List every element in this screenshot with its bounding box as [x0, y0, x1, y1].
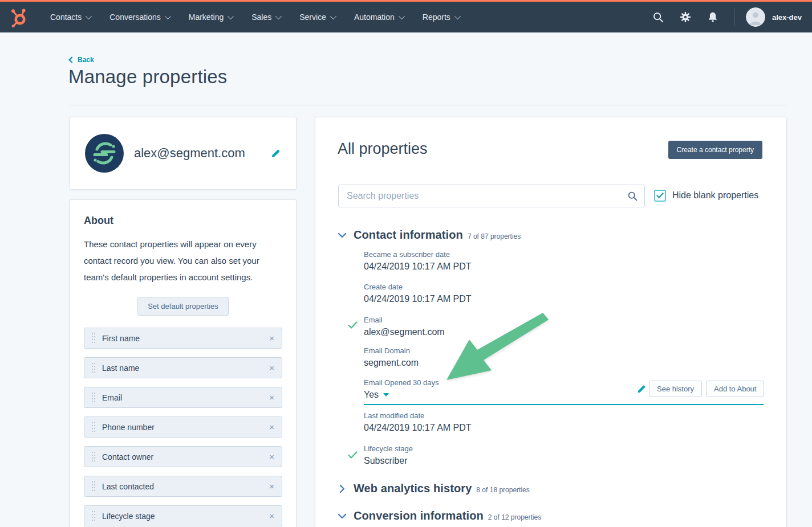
search-input[interactable]	[338, 185, 645, 207]
remove-icon[interactable]: ×	[269, 334, 274, 342]
nav-item-marketing[interactable]: Marketing	[189, 13, 232, 22]
contact-email: alex@segment.com	[134, 146, 271, 161]
about-card: About These contact properties will appe…	[70, 199, 297, 527]
list-item-last-name[interactable]: Last name ×	[84, 357, 282, 378]
gear-icon[interactable]	[679, 11, 692, 23]
list-item-lifecycle-stage[interactable]: Lifecycle stage ×	[84, 505, 282, 526]
page-title: Manage properties	[68, 66, 228, 88]
drag-handle-icon[interactable]	[92, 363, 95, 373]
see-history-button[interactable]: See history	[649, 381, 702, 397]
chevron-down-icon	[275, 13, 282, 19]
list-item-phone-number[interactable]: Phone number ×	[84, 416, 282, 438]
section-contact-information[interactable]: Contact information 7 of 87 properties	[338, 228, 521, 242]
about-heading: About	[84, 215, 282, 227]
all-properties-heading: All properties	[338, 140, 428, 158]
chevron-down-icon	[399, 13, 405, 19]
remove-icon[interactable]: ×	[269, 363, 274, 372]
section-count: 2 of 12 properties	[488, 513, 541, 521]
drag-handle-icon[interactable]	[92, 511, 95, 521]
nav-item-sales[interactable]: Sales	[251, 13, 280, 22]
nav-item-service[interactable]: Service	[299, 13, 335, 22]
edit-pencil-icon[interactable]	[637, 384, 647, 394]
property-name: Last name	[102, 363, 269, 373]
checkmark-icon	[656, 193, 664, 199]
chevron-down-icon	[330, 13, 336, 19]
property-value: Subscriber	[364, 456, 413, 466]
about-description: These contact properties will appear on …	[84, 236, 282, 285]
drag-handle-icon[interactable]	[92, 452, 95, 461]
hide-blank-label[interactable]: Hide blank properties	[672, 190, 758, 201]
search-icon[interactable]	[627, 190, 638, 202]
drag-handle-icon[interactable]	[92, 333, 95, 343]
chevron-down-icon	[165, 13, 171, 19]
chevron-right-icon[interactable]	[339, 484, 346, 493]
drag-handle-icon[interactable]	[92, 481, 95, 491]
list-item-first-name[interactable]: First name ×	[84, 328, 282, 349]
set-default-properties-button[interactable]: Set default properties	[137, 297, 229, 316]
drag-handle-icon[interactable]	[92, 422, 95, 432]
account-name[interactable]: alex-dev	[772, 13, 802, 22]
property-email-domain: Email Domain segment.com	[364, 346, 419, 368]
property-became-subscriber-date: Became a subscriber date 04/24/2019 10:1…	[364, 250, 472, 272]
chevron-down-icon	[86, 13, 92, 19]
remove-icon[interactable]: ×	[269, 512, 274, 520]
remove-icon[interactable]: ×	[269, 452, 274, 461]
list-item-last-contacted[interactable]: Last contacted ×	[84, 476, 282, 497]
user-avatar[interactable]	[746, 7, 765, 27]
nav-item-label: Reports	[423, 13, 450, 22]
default-property-list: First name × Last name × Email × Phone n…	[84, 328, 282, 527]
search-properties-field	[338, 185, 645, 207]
section-web-analytics-history[interactable]: Web analytics history 8 of 18 properties	[338, 482, 530, 495]
top-navigation-bar: Contacts Conversations Marketing Sales S…	[0, 0, 812, 32]
back-link[interactable]: Back	[70, 56, 94, 64]
property-value: 04/24/2019 10:17 AM PDT	[364, 294, 472, 304]
remove-icon[interactable]: ×	[269, 482, 274, 491]
property-email: Email alex@segment.com	[364, 316, 445, 337]
contact-profile-card: alex@segment.com	[70, 117, 297, 190]
property-label: Became a subscriber date	[364, 250, 472, 259]
nav-item-label: Automation	[354, 13, 395, 22]
search-icon[interactable]	[652, 11, 664, 23]
property-value[interactable]: Yes	[364, 390, 379, 400]
property-label: Email	[364, 316, 445, 324]
nav-item-reports[interactable]: Reports	[423, 13, 459, 22]
property-value: 04/24/2019 10:17 AM PDT	[364, 262, 472, 272]
section-conversion-information[interactable]: Conversion information 2 of 12 propertie…	[338, 509, 541, 522]
nav-item-label: Conversations	[109, 13, 161, 22]
dropdown-caret-icon[interactable]	[383, 393, 389, 397]
property-lifecycle-stage: Lifecycle stage Subscriber	[364, 444, 413, 466]
property-name: Phone number	[102, 423, 269, 432]
edit-pencil-icon[interactable]	[271, 148, 281, 158]
property-label: Last modified date	[364, 411, 472, 420]
segment-logo-avatar	[85, 134, 124, 173]
header-divider	[70, 105, 787, 105]
nav-item-automation[interactable]: Automation	[354, 13, 403, 22]
hubspot-logo-icon[interactable]	[9, 7, 29, 27]
remove-icon[interactable]: ×	[269, 393, 274, 402]
chevron-down-icon	[228, 13, 234, 19]
notifications-bell-icon[interactable]	[707, 11, 719, 23]
hide-blank-checkbox[interactable]	[654, 190, 666, 202]
property-label: Email Domain	[364, 346, 419, 355]
list-item-contact-owner[interactable]: Contact owner ×	[84, 446, 282, 467]
property-value: segment.com	[364, 358, 419, 368]
property-email-opened-30-days: Email Opened 30 days Yes	[364, 378, 439, 400]
drag-handle-icon[interactable]	[92, 393, 95, 402]
nav-item-label: Service	[299, 13, 326, 22]
checkmark-icon	[348, 321, 358, 329]
section-title: Conversion information	[354, 509, 484, 522]
nav-divider	[734, 9, 734, 26]
chevron-down-icon	[454, 13, 461, 19]
nav-item-contacts[interactable]: Contacts	[50, 13, 90, 22]
property-label: Email Opened 30 days	[364, 378, 439, 387]
add-to-about-button[interactable]: Add to About	[706, 381, 764, 397]
remove-icon[interactable]: ×	[269, 423, 274, 431]
property-name: Contact owner	[102, 452, 269, 461]
chevron-down-icon[interactable]	[338, 513, 347, 520]
create-contact-property-button[interactable]: Create a contact property	[668, 141, 762, 159]
chevron-down-icon[interactable]	[338, 232, 347, 239]
property-value: alex@segment.com	[364, 327, 445, 337]
list-item-email[interactable]: Email ×	[84, 387, 282, 408]
nav-item-conversations[interactable]: Conversations	[109, 13, 169, 22]
nav-item-label: Sales	[251, 13, 271, 22]
